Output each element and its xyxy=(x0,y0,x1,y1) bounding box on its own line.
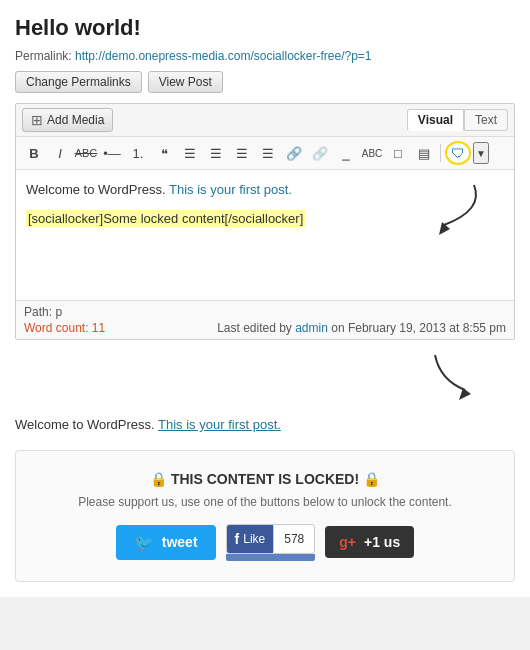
path-p: p xyxy=(55,305,62,319)
toolbar-align-justify[interactable]: ☰ xyxy=(256,142,280,164)
svg-marker-1 xyxy=(459,388,471,400)
toolbar-table[interactable]: ▤ xyxy=(412,142,436,164)
editor-text-prefix: Welcome to WordPress. xyxy=(26,182,169,197)
word-count-label: Word count: xyxy=(24,321,88,335)
fb-count: 578 xyxy=(273,526,314,552)
permalink-row: Permalink: http://demo.onepress-media.co… xyxy=(15,49,515,63)
arrow-below-annotation xyxy=(15,350,515,405)
toolbar-divider xyxy=(440,144,441,162)
editor-text-link: This is your first post. xyxy=(169,182,292,197)
locked-description: Please support us, use one of the button… xyxy=(31,495,499,509)
add-media-button[interactable]: ⊞ Add Media xyxy=(22,108,113,132)
toolbar-link[interactable]: 🔗 xyxy=(282,142,306,164)
editor-content[interactable]: Welcome to WordPress. This is your first… xyxy=(16,170,514,300)
toolbar-align-center[interactable]: ☰ xyxy=(204,142,228,164)
fb-like-label: Like xyxy=(243,532,265,546)
tweet-button[interactable]: 🐦 tweet xyxy=(116,525,216,560)
editor-container: ⊞ Add Media Visual Text B I ABC •— 1. ❝ … xyxy=(15,103,515,340)
locked-content-box: 🔒 THIS CONTENT IS LOCKED! 🔒 Please suppo… xyxy=(15,450,515,582)
toolbar-ol[interactable]: 1. xyxy=(126,142,150,164)
toolbar-insert-more[interactable]: ⎯ xyxy=(334,142,358,164)
editor-topbar: ⊞ Add Media Visual Text xyxy=(16,104,514,137)
change-permalinks-button[interactable]: Change Permalinks xyxy=(15,71,142,93)
tweet-label: tweet xyxy=(162,534,198,550)
toolbar-strikethrough[interactable]: ABC xyxy=(74,142,98,164)
permalink-label: Permalink: xyxy=(15,49,72,63)
fb-progress-bar xyxy=(226,554,316,561)
last-edited-suffix: on February 19, 2013 at 8:55 pm xyxy=(331,321,506,335)
preview-text: Welcome to WordPress. This is your first… xyxy=(15,415,515,435)
gplus-label: +1 us xyxy=(364,534,400,550)
editor-shortcode: [sociallocker]Some locked content[/socia… xyxy=(26,210,305,227)
toolbar-align-right[interactable]: ☰ xyxy=(230,142,254,164)
editor-toolbar: B I ABC •— 1. ❝ ☰ ☰ ☰ ☰ 🔗 🔗 ⎯ ABC □ ▤ 🛡 … xyxy=(16,137,514,170)
post-title: Hello world! xyxy=(15,15,515,41)
toolbar-italic[interactable]: I xyxy=(48,142,72,164)
toolbar-align-left[interactable]: ☰ xyxy=(178,142,202,164)
path-row: Path: p xyxy=(24,305,506,319)
word-count: Word count: 11 xyxy=(24,321,105,335)
toolbar-bold[interactable]: B xyxy=(22,142,46,164)
preview-text-prefix: Welcome to WordPress. xyxy=(15,417,158,432)
social-buttons: 🐦 tweet f Like 578 g+ +1 us xyxy=(31,524,499,561)
twitter-icon: 🐦 xyxy=(134,533,154,552)
word-count-row: Word count: 11 Last edited by admin on F… xyxy=(24,321,506,335)
last-edited-user-link[interactable]: admin xyxy=(295,321,328,335)
last-edited-prefix: Last edited by xyxy=(217,321,292,335)
view-tabs: Visual Text xyxy=(407,109,508,131)
fb-like-part: f Like xyxy=(227,525,274,553)
preview-text-link[interactable]: This is your first post. xyxy=(158,417,281,432)
arrow-annotation xyxy=(404,180,484,240)
toolbar-distraction-free[interactable]: □ xyxy=(386,142,410,164)
tab-text[interactable]: Text xyxy=(464,109,508,131)
fb-icon: f xyxy=(235,531,240,547)
last-edited: Last edited by admin on February 19, 201… xyxy=(217,321,506,335)
media-icon: ⊞ xyxy=(31,112,43,128)
editor-footer: Path: p Word count: 11 Last edited by ad… xyxy=(16,300,514,339)
toolbar-ul[interactable]: •— xyxy=(100,142,124,164)
post-action-buttons: Change Permalinks View Post xyxy=(15,71,515,93)
view-post-button[interactable]: View Post xyxy=(148,71,223,93)
toolbar-spellcheck[interactable]: ABC xyxy=(360,142,384,164)
permalink-link[interactable]: http://demo.onepress-media.com/socialloc… xyxy=(75,49,371,63)
toolbar-unlink[interactable]: 🔗 xyxy=(308,142,332,164)
toolbar-dropdown[interactable]: ▼ xyxy=(473,142,489,164)
add-media-label: Add Media xyxy=(47,113,104,127)
gplus-button[interactable]: g+ +1 us xyxy=(325,526,414,558)
toolbar-shield-button[interactable]: 🛡 xyxy=(445,141,471,165)
toolbar-blockquote[interactable]: ❝ xyxy=(152,142,176,164)
facebook-like-button[interactable]: f Like 578 xyxy=(226,524,316,554)
tab-visual[interactable]: Visual xyxy=(407,109,464,131)
path-label: Path: xyxy=(24,305,52,319)
gplus-icon: g+ xyxy=(339,534,356,550)
locked-title: 🔒 THIS CONTENT IS LOCKED! 🔒 xyxy=(31,471,499,487)
facebook-like-wrapper: f Like 578 xyxy=(226,524,316,561)
